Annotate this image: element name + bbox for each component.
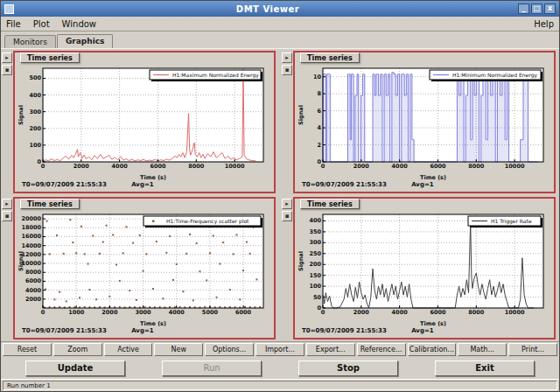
pad-box-button[interactable]: ▪	[282, 65, 292, 75]
pad-arrow-button[interactable]: ▸	[282, 52, 292, 63]
svg-text:400: 400	[309, 217, 321, 224]
svg-text:0: 0	[321, 309, 326, 316]
pad-bottom-right: ▸ ▪ Time series 020004000600080001000005…	[281, 197, 556, 340]
svg-text:0: 0	[41, 163, 46, 170]
plot-area[interactable]: 0100020003000400050006000200040006000800…	[17, 210, 270, 327]
svg-text:2000: 2000	[74, 163, 90, 170]
pad-arrow-button[interactable]: ▸	[2, 52, 12, 63]
plot-pad[interactable]: Time series 0200040006000800010000024681…	[293, 51, 556, 193]
svg-text:4000: 4000	[169, 309, 186, 316]
menu-help[interactable]: Help	[534, 19, 554, 29]
svg-text:0: 0	[317, 158, 321, 165]
svg-text:6000: 6000	[150, 163, 166, 170]
active-button[interactable]: Active	[104, 343, 153, 356]
pad-footer: T0=09/07/2009 21:55:33 Avg=1	[15, 327, 274, 338]
svg-text:500: 500	[29, 74, 41, 81]
svg-text:20000: 20000	[21, 215, 41, 222]
svg-text:8000: 8000	[25, 269, 42, 276]
svg-text:10000: 10000	[225, 163, 245, 170]
reference-button[interactable]: Reference...	[357, 343, 406, 356]
pad-box-button[interactable]: ▪	[2, 65, 12, 75]
maximize-icon[interactable]: □	[531, 4, 542, 14]
pad-box-button[interactable]: ▪	[282, 211, 292, 221]
svg-text:50: 50	[313, 294, 322, 301]
pad-bottom-left: ▸ ▪ Time series 010002000300040005000600…	[1, 197, 276, 340]
svg-text:10: 10	[313, 74, 322, 80]
svg-text:2000: 2000	[354, 309, 370, 316]
svg-text:H1 Trigger Rate: H1 Trigger Rate	[491, 218, 532, 225]
plot-pad[interactable]: Time series 0200040006000800010000010020…	[13, 51, 276, 193]
svg-text:1000: 1000	[68, 309, 85, 316]
stop-button[interactable]: Stop	[298, 360, 398, 376]
svg-text:200: 200	[29, 125, 41, 132]
export-button[interactable]: Export...	[306, 343, 355, 356]
zoom-button[interactable]: Zoom	[53, 343, 102, 356]
title-bar: DMT Viewer _ □ x	[1, 1, 559, 17]
svg-text:4000: 4000	[392, 163, 409, 170]
new-button[interactable]: New	[154, 343, 203, 356]
reset-button[interactable]: Reset	[3, 343, 52, 356]
pad-footer: T0=09/07/2009 21:55:33 Avg=1	[295, 181, 554, 192]
svg-text:2000: 2000	[102, 309, 118, 316]
svg-text:8: 8	[317, 90, 321, 97]
menu-window[interactable]: Window	[62, 19, 96, 29]
options-button[interactable]: Options...	[205, 343, 254, 356]
menu-file[interactable]: File	[6, 19, 21, 29]
svg-text:100: 100	[309, 283, 321, 290]
pad-title-tab[interactable]: Time series	[20, 199, 80, 209]
plot-area[interactable]: 02000400060008000100000100200300400500Ti…	[17, 64, 270, 181]
svg-text:10000: 10000	[505, 309, 525, 316]
t0-label: T0=09/07/2009 21:55:33	[302, 327, 387, 334]
svg-text:5000: 5000	[202, 309, 219, 316]
svg-text:300: 300	[309, 239, 321, 246]
close-icon[interactable]: x	[544, 4, 556, 14]
minimize-icon[interactable]: _	[518, 4, 529, 14]
svg-text:350: 350	[309, 228, 321, 235]
tab-graphics[interactable]: Graphics	[57, 34, 114, 48]
print-button[interactable]: Print...	[508, 343, 557, 356]
math-button[interactable]: Math...	[458, 343, 507, 356]
svg-text:2000: 2000	[25, 296, 42, 303]
menu-plot[interactable]: Plot	[33, 19, 50, 29]
svg-text:0: 0	[317, 304, 321, 312]
plot-pad[interactable]: Time series 0200040006000800010000050100…	[293, 197, 556, 340]
svg-text:Time (s): Time (s)	[420, 320, 446, 327]
import-button[interactable]: Import...	[256, 343, 304, 356]
plot-canvas: ▸ ▪ Time series 020004000600080001000001…	[1, 48, 559, 341]
svg-text:Time (s): Time (s)	[140, 320, 166, 327]
dmt-viewer-window: DMT Viewer _ □ x File Plot Window Help M…	[0, 0, 560, 392]
action-row: Update Run Stop Exit	[1, 357, 559, 379]
svg-text:6000: 6000	[25, 277, 42, 284]
plot-pad[interactable]: Time series 0100020003000400050006000200…	[13, 197, 276, 340]
tab-row: Monitors Graphics	[1, 32, 559, 48]
tab-monitors[interactable]: Monitors	[4, 35, 56, 48]
svg-text:400: 400	[29, 92, 41, 99]
svg-text:0: 0	[41, 309, 46, 316]
run-button: Run	[162, 360, 262, 376]
update-button[interactable]: Update	[25, 360, 125, 376]
pad-box-button[interactable]: ▪	[2, 211, 12, 221]
pad-title-tab[interactable]: Time series	[300, 199, 360, 209]
svg-text:H1:Maximum Normalized Energy: H1:Maximum Normalized Energy	[172, 72, 259, 79]
svg-text:3000: 3000	[135, 309, 151, 316]
plot-area[interactable]: 0200040006000800010000050100150200250300…	[297, 210, 550, 327]
svg-text:4000: 4000	[25, 287, 42, 294]
plot-area[interactable]: 02000400060008000100000246810Time (s)Sig…	[297, 64, 550, 181]
svg-text:Time (s): Time (s)	[140, 174, 166, 181]
svg-text:Signal: Signal	[18, 105, 24, 125]
pad-title-tab[interactable]: Time series	[300, 52, 360, 63]
svg-text:H1:Time-Frequency scatter plot: H1:Time-Frequency scatter plot	[166, 218, 249, 225]
pad-arrow-button[interactable]: ▸	[2, 199, 12, 209]
pad-arrow-button[interactable]: ▸	[282, 199, 292, 209]
avg-label: Avg=1	[411, 181, 433, 188]
svg-text:Time (s): Time (s)	[420, 174, 446, 181]
exit-button[interactable]: Exit	[435, 360, 535, 376]
svg-text:100: 100	[29, 142, 41, 149]
calibration-button[interactable]: Calibration...	[408, 343, 457, 356]
svg-text:6000: 6000	[430, 163, 446, 170]
svg-text:6000: 6000	[235, 309, 252, 316]
pad-title-tab[interactable]: Time series	[20, 52, 80, 63]
svg-text:18000: 18000	[21, 224, 41, 231]
avg-label: Avg=1	[411, 327, 433, 334]
svg-text:0: 0	[37, 158, 41, 165]
